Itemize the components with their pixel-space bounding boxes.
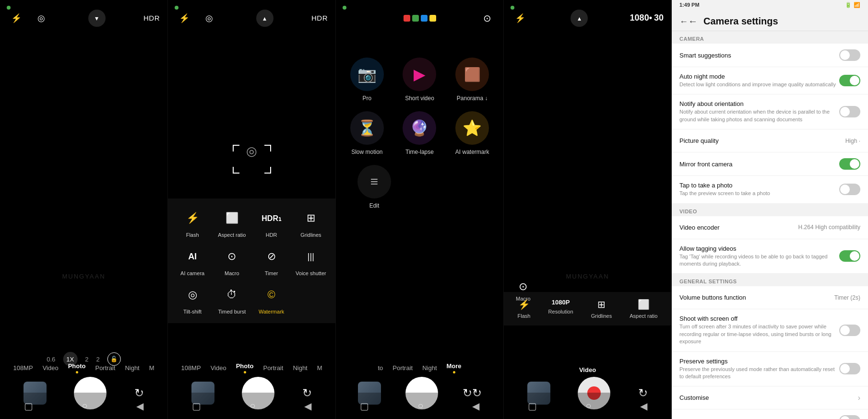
more-row-3: ≡ Edit: [336, 165, 503, 209]
expand-btn-4[interactable]: [571, 10, 588, 27]
more-item-slowmo[interactable]: ⏳ Slow motion: [343, 111, 391, 155]
mode-108mp-2[interactable]: 108MP: [181, 364, 201, 372]
flash-icon-1[interactable]: ⚡: [8, 10, 25, 27]
more-item-pro[interactable]: 📷 Pro: [343, 58, 391, 102]
back-arrow-icon[interactable]: ←: [679, 16, 698, 27]
vq-gridlines[interactable]: ⊞ Gridlines: [591, 299, 612, 319]
mode-to-3[interactable]: to: [378, 364, 383, 372]
more-item-shortvideo[interactable]: ▶ Short video: [395, 58, 443, 102]
grid-item-gridlines[interactable]: ⊞ Gridlines: [292, 207, 330, 238]
macro-item-4[interactable]: ⊙ Macro: [516, 280, 531, 302]
mode-m[interactable]: M: [149, 364, 155, 372]
grid-item-hdr[interactable]: HDR₁ HDR: [252, 207, 291, 238]
nav-square-3[interactable]: ▢: [360, 400, 369, 412]
allow-tagging-title: Allow tagging videos: [679, 245, 839, 252]
grid-item-timer[interactable]: ⊘ Timer: [252, 245, 291, 276]
more-item-aiwm[interactable]: ⭐ AI watermark: [448, 111, 496, 155]
grid-item-timedburst[interactable]: ⏱ Timed burst: [213, 284, 251, 314]
mirror-front-toggle[interactable]: [839, 158, 860, 170]
resolution-display-4: 1080• 30: [630, 13, 664, 23]
expand-btn-2[interactable]: [256, 10, 273, 27]
mode-photo[interactable]: Photo: [68, 362, 86, 373]
zoom-22[interactable]: 2: [96, 356, 100, 363]
auto-night-toggle[interactable]: [839, 75, 860, 86]
top-bar-left-1: ⚡ ◎: [8, 10, 50, 27]
nav-home-2[interactable]: ○: [250, 400, 255, 411]
allow-tagging-toggle[interactable]: [839, 250, 860, 262]
mode-night-2[interactable]: Night: [293, 364, 307, 372]
mode-video[interactable]: Video: [43, 364, 59, 372]
vq-aspect[interactable]: ⬜ Aspect ratio: [630, 299, 657, 319]
mirror-front-title: Mirror front camera: [679, 161, 839, 168]
save-location-toggle[interactable]: [839, 415, 860, 419]
setting-mirror-front: Mirror front camera: [672, 152, 868, 176]
mode-night[interactable]: Night: [125, 364, 139, 372]
more-item-edit[interactable]: ≡ Edit: [350, 165, 398, 209]
nav-square-4[interactable]: ▢: [528, 400, 537, 412]
grid-item-voiceshutter[interactable]: ||| Voice shutter: [292, 245, 330, 276]
top-bar-left-2: ⚡ ◎: [176, 10, 218, 27]
settings-icon-3[interactable]: ⊙: [478, 10, 496, 27]
zoom-06[interactable]: 0.6: [47, 356, 55, 363]
setting-customise[interactable]: Customise ›: [672, 386, 868, 409]
setting-volume-function[interactable]: Volume buttons function Timer (2s): [672, 286, 868, 309]
grid-item-macro[interactable]: ⊙ Macro: [213, 245, 251, 276]
setting-video-encoder[interactable]: Video encoder H.264 High compatibility: [672, 216, 868, 239]
flash-icon-4[interactable]: ⚡: [511, 10, 529, 27]
edit-icon: ≡: [357, 165, 391, 198]
grid-item-flash[interactable]: ⚡ Flash: [173, 207, 212, 238]
more-row-1: 📷 Pro ▶ Short video 🟫 Panorama ↓: [336, 58, 503, 102]
smart-suggestions-toggle[interactable]: [839, 49, 860, 61]
more-item-panorama[interactable]: 🟫 Panorama ↓: [448, 58, 496, 102]
mode-m-2[interactable]: M: [317, 364, 322, 372]
collapse-btn-1[interactable]: [88, 10, 106, 27]
grid-item-aicamera[interactable]: AI AI camera: [173, 245, 212, 276]
face-detect-icon-2[interactable]: ◎: [201, 10, 218, 27]
mode-more-3[interactable]: More: [447, 362, 462, 373]
mode-108mp[interactable]: 108MP: [13, 364, 33, 372]
top-bar-2: ⚡ ◎ HDR: [168, 0, 335, 36]
mode-video-4[interactable]: Video: [579, 366, 596, 373]
zoom-2[interactable]: 2: [85, 356, 88, 363]
hdr-label-2[interactable]: HDR: [311, 14, 328, 23]
nav-home-4[interactable]: ○: [585, 400, 591, 411]
flash-icon-2[interactable]: ⚡: [176, 10, 193, 27]
preserve-toggle[interactable]: [839, 363, 860, 374]
hdr-label-1[interactable]: HDR: [143, 14, 160, 23]
mode-portrait[interactable]: Portrait: [95, 364, 115, 372]
nav-back-2[interactable]: ◀: [304, 400, 311, 412]
setting-picture-quality[interactable]: Picture quality High ·: [672, 129, 868, 152]
grid-item-tiltshift[interactable]: ◎ Tilt-shift: [173, 284, 212, 314]
nav-back-1[interactable]: ◀: [136, 400, 143, 412]
vq-flash[interactable]: ⚡ Flash: [518, 299, 531, 319]
tap-to-take-title: Tap to take a photo: [679, 182, 839, 189]
camera-active-dot-1: [7, 6, 11, 10]
tap-to-take-toggle[interactable]: [839, 184, 860, 195]
mode-portrait-3[interactable]: Portrait: [392, 364, 413, 372]
nav-back-3[interactable]: ◀: [472, 400, 479, 412]
nav-square-2[interactable]: ▢: [192, 400, 201, 412]
nav-back-4[interactable]: ◀: [640, 400, 647, 412]
screen-off-toggle[interactable]: [839, 325, 860, 336]
nav-home-3[interactable]: ○: [417, 400, 423, 411]
allow-tagging-sub: Tag 'Tag' while recording videos to be a…: [679, 253, 839, 268]
nav-square-1[interactable]: ▢: [24, 400, 33, 412]
vq-resolution[interactable]: 1080P Resolution: [548, 299, 573, 319]
grid-item-watermark[interactable]: © Watermark: [252, 284, 291, 314]
mode-photo-2[interactable]: Photo: [236, 362, 254, 373]
mode-portrait-2[interactable]: Portrait: [263, 364, 283, 372]
section-camera-label: CAMERA: [672, 31, 868, 44]
face-detect-icon-1[interactable]: ◎: [33, 10, 50, 27]
mode-video-2[interactable]: Video: [211, 364, 226, 372]
notify-orientation-toggle[interactable]: [839, 106, 860, 117]
settings-header-5: ← Camera settings: [672, 10, 868, 31]
timer-icon-grid: ⊘: [261, 245, 283, 268]
mode-night-3[interactable]: Night: [422, 364, 437, 372]
timed-burst-icon-grid: ⏱: [221, 284, 243, 306]
vq-aspect-icon: ⬜: [638, 299, 650, 310]
grid-item-aspect[interactable]: ⬜ Aspect ratio: [213, 207, 251, 238]
more-item-timelapse[interactable]: 🔮 Time-lapse: [395, 111, 443, 155]
screen-off-sub: Turn off screen after 3 minutes of inact…: [679, 323, 839, 345]
camera-active-dot-3: [343, 6, 346, 10]
nav-home-1[interactable]: ○: [82, 400, 87, 411]
